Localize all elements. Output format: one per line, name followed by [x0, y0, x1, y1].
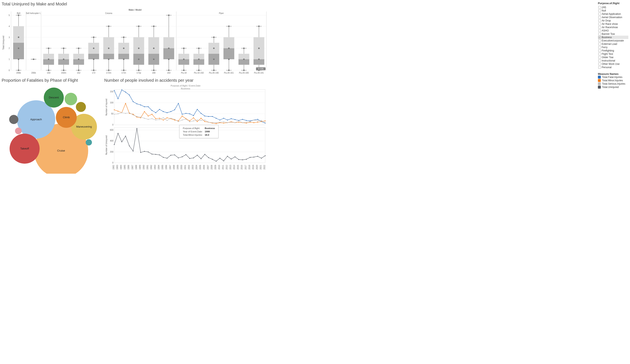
filter-label: External Load — [602, 42, 617, 46]
svg-point-285 — [155, 118, 156, 119]
legend-item[interactable]: Total.Serious.Injuries — [598, 82, 628, 86]
svg-text:1989: 1989 — [139, 165, 141, 170]
filter-option[interactable]: Null — [598, 9, 628, 12]
svg-point-157 — [198, 48, 200, 49]
svg-point-349 — [242, 122, 243, 123]
boxplot-chart[interactable]: Make / ModelBellBell helicopter t..Cessn… — [2, 8, 268, 76]
filter-option[interactable]: Glider Tow — [598, 56, 628, 59]
svg-point-315 — [114, 114, 115, 115]
svg-point-316 — [118, 114, 118, 114]
svg-point-135 — [168, 58, 170, 60]
svg-point-268 — [246, 120, 247, 121]
svg-point-241 — [144, 106, 145, 107]
filter-option[interactable]: Aerial Observation — [598, 16, 628, 19]
svg-text:2017: 2017 — [244, 165, 247, 170]
filter-label: Aerial Application — [602, 12, 621, 16]
filter-option[interactable]: Air Race/show — [598, 26, 628, 29]
filter-option[interactable]: Personal — [598, 66, 628, 69]
svg-point-405 — [261, 158, 262, 159]
svg-rect-153 — [194, 54, 204, 59]
svg-point-354 — [261, 120, 262, 121]
filter-option[interactable]: External Load — [598, 42, 628, 46]
checkbox-icon — [598, 20, 601, 22]
svg-point-286 — [159, 118, 160, 118]
checkbox-icon — [598, 63, 601, 65]
svg-point-319 — [129, 112, 130, 113]
svg-point-352 — [254, 120, 254, 120]
filter-option[interactable]: Other Work Use — [598, 62, 628, 66]
filter-option[interactable]: ASHO — [598, 29, 628, 32]
line-title: Number of people involved in accidents p… — [104, 78, 596, 83]
svg-point-326 — [155, 120, 156, 120]
svg-rect-144 — [178, 59, 189, 65]
svg-text:Piper: Piper — [219, 12, 224, 14]
svg-point-126 — [153, 26, 154, 27]
svg-rect-174 — [224, 37, 234, 48]
svg-text:Pa-28-181: Pa-28-181 — [254, 72, 264, 74]
svg-rect-175 — [224, 48, 234, 59]
svg-point-368 — [121, 141, 122, 142]
svg-point-277 — [125, 103, 126, 104]
svg-point-262 — [223, 118, 224, 118]
filter-option[interactable]: ✓Business — [598, 36, 628, 39]
filter-option[interactable]: Executive/corporate — [598, 39, 628, 42]
svg-point-378 — [159, 154, 160, 155]
legend-item[interactable]: Total.Minor.Injuries — [598, 79, 628, 82]
filter-option[interactable]: Flight Test — [598, 52, 628, 56]
svg-text:0: 0 — [112, 124, 114, 126]
svg-text:2012: 2012 — [226, 165, 228, 170]
svg-point-355 — [265, 122, 266, 123]
filter-label: Glider Tow — [602, 56, 613, 59]
filter-option[interactable]: Air Drop — [598, 19, 628, 22]
svg-text:1994: 1994 — [158, 165, 160, 170]
svg-rect-132 — [164, 37, 174, 48]
svg-point-114 — [138, 48, 140, 49]
svg-point-188 — [243, 58, 244, 60]
bubble-chart[interactable]: CruiseApproachTakeoffManeuveringClimbDes… — [2, 84, 102, 174]
svg-point-60 — [63, 58, 64, 60]
filter-option[interactable]: (All) — [598, 6, 628, 9]
svg-rect-143 — [178, 54, 189, 59]
svg-text:1: 1 — [8, 58, 10, 60]
filter-option[interactable]: Air Race show — [598, 22, 628, 26]
svg-rect-47 — [43, 54, 54, 59]
svg-point-371 — [133, 151, 134, 152]
filter-label: Banner Tow — [602, 32, 615, 36]
filter-label: Business — [602, 36, 612, 39]
legend-item[interactable]: Total.Uninjured — [598, 86, 628, 89]
filter-option[interactable]: Instructional — [598, 59, 628, 62]
svg-text:1990: 1990 — [142, 165, 145, 170]
svg-point-235 — [121, 90, 122, 90]
filter-option[interactable]: Aerial Application — [598, 12, 628, 16]
svg-point-386 — [189, 158, 190, 159]
svg-point-389 — [200, 158, 202, 159]
svg-point-103 — [123, 48, 124, 49]
svg-point-218 — [9, 115, 18, 124]
legend-item[interactable]: Total.Fatal.Injuries — [598, 76, 628, 79]
filter-option[interactable]: Banner Tow — [598, 32, 628, 36]
svg-text:Pa-28-180: Pa-28-180 — [239, 72, 249, 74]
checkbox-icon — [598, 30, 601, 32]
svg-text:1983: 1983 — [116, 165, 118, 170]
svg-point-29 — [18, 70, 20, 71]
svg-rect-186 — [238, 59, 249, 65]
filter-option[interactable]: Firefighting — [598, 49, 628, 52]
svg-point-303 — [223, 123, 224, 124]
svg-point-147 — [183, 48, 184, 49]
checkbox-icon — [598, 10, 601, 12]
legend-list: Total.Fatal.InjuriesTotal.Minor.Injuries… — [598, 76, 628, 89]
filter-option[interactable]: Ferry — [598, 46, 628, 49]
filter-label: Flight Test — [602, 52, 613, 56]
svg-point-329 — [166, 120, 168, 121]
svg-point-246 — [163, 111, 164, 112]
svg-point-30 — [18, 58, 20, 60]
svg-point-93 — [108, 26, 110, 27]
svg-point-271 — [257, 119, 258, 120]
svg-point-400 — [242, 160, 243, 160]
svg-point-189 — [243, 48, 244, 49]
svg-text:2013: 2013 — [229, 165, 232, 170]
svg-point-253 — [189, 114, 190, 114]
svg-point-350 — [246, 122, 247, 122]
svg-text:Pa-28-161: Pa-28-161 — [224, 72, 234, 74]
svg-point-336 — [193, 120, 194, 121]
